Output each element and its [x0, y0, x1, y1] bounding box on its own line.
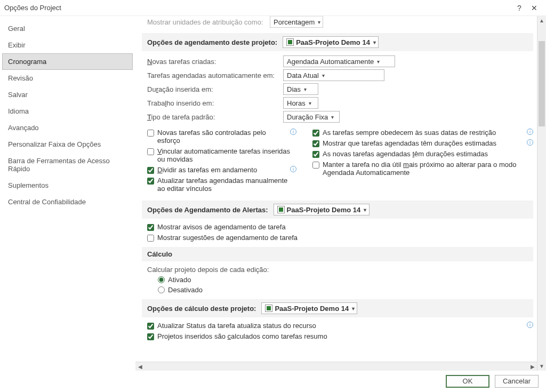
cancel-button[interactable]: Cancelar — [495, 375, 539, 388]
checkbox-datas-restricao[interactable]: As tarefas sempre obedecem às suas datas… — [312, 129, 533, 137]
chevron-down-icon: ▾ — [373, 39, 376, 45]
calc-sub-label: Calcular projeto depois de cada edição: — [147, 266, 533, 274]
checkbox-label: As tarefas sempre obedecem às suas datas… — [323, 129, 521, 137]
checkbox-input[interactable] — [147, 167, 154, 174]
checkbox-avisos-agendamento[interactable]: Mostrar avisos de agendamento de tarefa — [147, 223, 533, 231]
checkbox-input[interactable] — [147, 130, 154, 137]
sidebar-item-faixa[interactable]: Personalizar Faixa de Opções — [2, 136, 133, 153]
sidebar-item-salvar[interactable]: Salvar — [2, 86, 133, 103]
radio-label: Ativado — [168, 276, 191, 284]
scroll-left-arrow-icon[interactable]: ◀ — [135, 362, 144, 371]
scroll-down-arrow-icon[interactable]: ▼ — [537, 362, 546, 371]
checkbox-input[interactable] — [147, 178, 154, 185]
sidebar-item-suplementos[interactable]: Suplementos — [2, 177, 133, 194]
dropdown-value: Duração Fixa — [287, 113, 328, 121]
ok-button[interactable]: OK — [446, 375, 489, 388]
dropdown-projeto-agendamento[interactable]: PaaS-Projeto Demo 14 ▾ — [283, 36, 379, 48]
checkbox-novas-estimadas[interactable]: As novas tarefas agendadas têm durações … — [312, 150, 533, 158]
section-header-calculo-projeto: Opções de cálculo deste projeto: PaaS-Pr… — [142, 299, 533, 317]
checkbox-label: Mostrar sugestões de agendamento de tare… — [157, 234, 533, 242]
chevron-down-icon: ▾ — [304, 86, 307, 92]
options-sidebar: Geral Exibir Cronograma Revisão Salvar I… — [0, 16, 135, 371]
chevron-down-icon: ▾ — [331, 114, 334, 120]
chevron-down-icon: ▾ — [318, 19, 320, 25]
label-novas-tarefas: Novas tarefas criadas: — [147, 58, 278, 66]
section-title: Opções de Agendamento de Alertas: — [147, 206, 268, 214]
sidebar-item-idioma[interactable]: Idioma — [2, 103, 133, 119]
dropdown-novas-tarefas[interactable]: Agendada Automaticamente ▾ — [283, 55, 395, 67]
dropdown-trabalho[interactable]: Horas ▾ — [283, 97, 318, 109]
dropdown-unidades[interactable]: Porcentagem ▾ — [270, 16, 323, 28]
sidebar-item-revisao[interactable]: Revisão — [2, 70, 133, 86]
radio-input[interactable] — [158, 286, 165, 293]
truncated-label: Mostrar unidades de atribuição como: — [147, 18, 264, 26]
info-icon[interactable]: i — [527, 129, 533, 135]
checkbox-input[interactable] — [147, 224, 154, 231]
info-icon[interactable]: i — [290, 166, 296, 172]
horizontal-scrollbar[interactable]: ◀ ▶ — [135, 362, 537, 371]
label-duracao: Duração inserida em: — [147, 85, 278, 93]
sidebar-item-confiabilidade[interactable]: Central de Confiabilidade — [2, 194, 133, 210]
checkbox-mostrar-estimadas[interactable]: Mostrar que tarefas agendadas têm duraçõ… — [312, 139, 533, 147]
help-button[interactable]: ? — [512, 4, 527, 12]
dropdown-value: Agendada Automaticamente — [287, 58, 374, 66]
dropdown-value: PaaS-Projeto Demo 14 — [296, 38, 370, 46]
checkbox-dividir-tarefas[interactable]: Dividir as tarefas em andamento i — [147, 166, 296, 174]
dropdown-value: PaaS-Projeto Demo 14 — [275, 305, 349, 313]
section-header-alertas: Opções de Agendamento de Alertas: PaaS-P… — [142, 201, 533, 219]
dropdown-value: Porcentagem — [274, 18, 315, 26]
checkbox-atualizar-manualmente[interactable]: Atualizar tarefas agendadas manualmente … — [147, 177, 296, 193]
radio-desativado[interactable]: Desativado — [158, 286, 533, 294]
checkbox-input[interactable] — [147, 148, 154, 155]
project-icon — [265, 305, 272, 312]
title-bar: Opções do Project ? ✕ — [0, 0, 546, 16]
sidebar-item-geral[interactable]: Geral — [2, 20, 133, 37]
dropdown-tipo-tarefa[interactable]: Duração Fixa ▾ — [283, 111, 340, 123]
sidebar-item-barra-ferramentas[interactable]: Barra de Ferramentas de Acesso Rápido — [2, 153, 133, 177]
info-icon[interactable]: i — [527, 139, 533, 146]
chevron-down-icon: ▾ — [352, 306, 355, 311]
checkbox-input[interactable] — [147, 323, 154, 330]
checkbox-atualizar-status[interactable]: Atualizar Status da tarefa atualiza stat… — [147, 322, 533, 330]
label-trabalho: Trabalho inserido em: — [147, 99, 278, 107]
sidebar-item-cronograma[interactable]: Cronograma — [2, 53, 133, 70]
checkbox-sugestoes-agendamento[interactable]: Mostrar sugestões de agendamento de tare… — [147, 234, 533, 242]
checkbox-label: Novas tarefas são controladas pelo esfor… — [157, 129, 285, 145]
vertical-scrollbar[interactable]: ▲ ▼ — [537, 16, 546, 371]
dropdown-projeto-alertas[interactable]: PaaS-Projeto Demo 14 ▾ — [274, 204, 370, 215]
checkbox-input[interactable] — [147, 235, 154, 242]
checkbox-vincular-auto[interactable]: Vincular automaticamente tarefas inserid… — [147, 147, 296, 163]
sidebar-item-avancado[interactable]: Avançado — [2, 119, 133, 136]
scroll-right-arrow-icon[interactable]: ▶ — [528, 362, 537, 371]
dropdown-tarefas-auto[interactable]: Data Atual ▾ — [283, 69, 384, 81]
checkbox-input[interactable] — [312, 151, 319, 158]
close-button[interactable]: ✕ — [527, 4, 542, 12]
sidebar-item-exibir[interactable]: Exibir — [2, 37, 133, 53]
checkbox-controladas-esforco[interactable]: Novas tarefas são controladas pelo esfor… — [147, 129, 296, 145]
scroll-up-arrow-icon[interactable]: ▲ — [537, 16, 546, 25]
checkbox-projetos-inseridos[interactable]: Projetos inseridos são calculados como t… — [147, 332, 533, 340]
dropdown-projeto-calculo[interactable]: PaaS-Projeto Demo 14 ▾ — [261, 302, 357, 314]
dropdown-value: Data Atual — [287, 71, 319, 79]
checkbox-input[interactable] — [312, 130, 319, 137]
section-title: Opções de cálculo deste projeto: — [147, 305, 256, 313]
project-icon — [286, 38, 294, 46]
radio-label: Desativado — [168, 286, 203, 294]
checkbox-label: As novas tarefas agendadas têm durações … — [323, 150, 533, 158]
radio-input[interactable] — [158, 276, 165, 283]
checkbox-label: Manter a tarefa no dia útil mais próximo… — [323, 161, 533, 177]
chevron-down-icon: ▾ — [364, 207, 366, 213]
info-icon[interactable]: i — [290, 129, 296, 135]
dropdown-duracao[interactable]: Dias ▾ — [283, 83, 318, 95]
radio-ativado[interactable]: Ativado — [158, 276, 533, 284]
scrollbar-thumb[interactable] — [539, 41, 545, 126]
checkbox-label: Mostrar que tarefas agendadas têm duraçõ… — [323, 139, 521, 147]
dropdown-value: PaaS-Projeto Demo 14 — [287, 206, 361, 214]
checkbox-manter-dia-util[interactable]: Manter a tarefa no dia útil mais próximo… — [312, 161, 533, 177]
checkbox-input[interactable] — [312, 162, 319, 169]
checkbox-input[interactable] — [147, 333, 154, 340]
checkbox-label: Projetos inseridos são calculados como t… — [157, 332, 533, 340]
label-tipo-tarefa: Tipo de tarefa padrão: — [147, 113, 278, 121]
checkbox-input[interactable] — [312, 140, 319, 147]
info-icon[interactable]: i — [527, 322, 533, 328]
